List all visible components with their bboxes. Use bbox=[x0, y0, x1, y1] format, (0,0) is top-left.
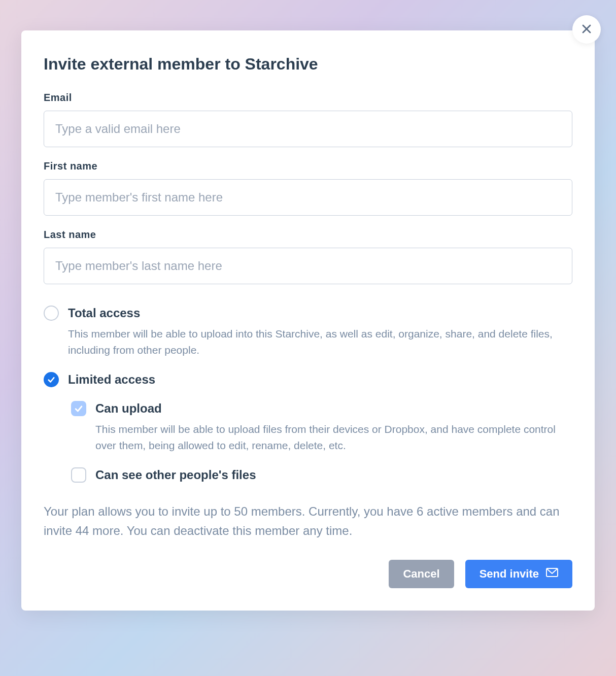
modal-title: Invite external member to Starchive bbox=[44, 55, 572, 74]
option-title-can-see-others: Can see other people's files bbox=[95, 466, 572, 484]
close-button[interactable] bbox=[572, 15, 601, 44]
option-content: Can see other people's files bbox=[95, 466, 572, 484]
option-content: Can upload This member will be able to u… bbox=[95, 400, 572, 454]
envelope-icon bbox=[546, 567, 558, 581]
option-can-see-others[interactable]: Can see other people's files bbox=[44, 466, 572, 484]
send-invite-button-label: Send invite bbox=[480, 567, 539, 581]
last-name-field-group: Last name bbox=[44, 229, 572, 284]
checkbox-unchecked-icon bbox=[71, 467, 86, 483]
option-title-total: Total access bbox=[68, 305, 572, 322]
modal-footer: Cancel Send invite bbox=[44, 560, 572, 588]
cancel-button-label: Cancel bbox=[403, 567, 439, 581]
radio-limited-access[interactable] bbox=[44, 372, 59, 387]
plan-info-text: Your plan allows you to invite up to 50 … bbox=[44, 502, 572, 541]
email-input[interactable] bbox=[44, 111, 572, 147]
radio-checked-icon bbox=[44, 372, 59, 387]
checkbox-can-upload[interactable] bbox=[71, 401, 86, 416]
send-invite-button[interactable]: Send invite bbox=[465, 560, 572, 588]
access-options: Total access This member will be able to… bbox=[44, 305, 572, 484]
option-desc-can-upload: This member will be able to upload files… bbox=[95, 421, 572, 454]
option-title-can-upload: Can upload bbox=[95, 400, 572, 417]
option-content: Limited access bbox=[68, 371, 572, 388]
checkbox-checked-icon bbox=[71, 401, 86, 416]
close-icon bbox=[580, 23, 593, 37]
option-can-upload[interactable]: Can upload This member will be able to u… bbox=[44, 400, 572, 454]
email-label: Email bbox=[44, 92, 572, 104]
radio-unchecked-icon bbox=[44, 306, 59, 321]
first-name-label: First name bbox=[44, 160, 572, 172]
option-limited-access[interactable]: Limited access bbox=[44, 371, 572, 388]
option-content: Total access This member will be able to… bbox=[68, 305, 572, 359]
option-desc-total: This member will be able to upload into … bbox=[68, 326, 572, 359]
email-field-group: Email bbox=[44, 92, 572, 147]
radio-total-access[interactable] bbox=[44, 306, 59, 321]
first-name-input[interactable] bbox=[44, 179, 572, 216]
option-title-limited: Limited access bbox=[68, 371, 572, 388]
last-name-label: Last name bbox=[44, 229, 572, 241]
cancel-button[interactable]: Cancel bbox=[389, 560, 454, 588]
last-name-input[interactable] bbox=[44, 248, 572, 284]
checkbox-can-see-others[interactable] bbox=[71, 467, 86, 483]
option-total-access[interactable]: Total access This member will be able to… bbox=[44, 305, 572, 359]
invite-member-modal: Invite external member to Starchive Emai… bbox=[21, 30, 595, 611]
first-name-field-group: First name bbox=[44, 160, 572, 216]
